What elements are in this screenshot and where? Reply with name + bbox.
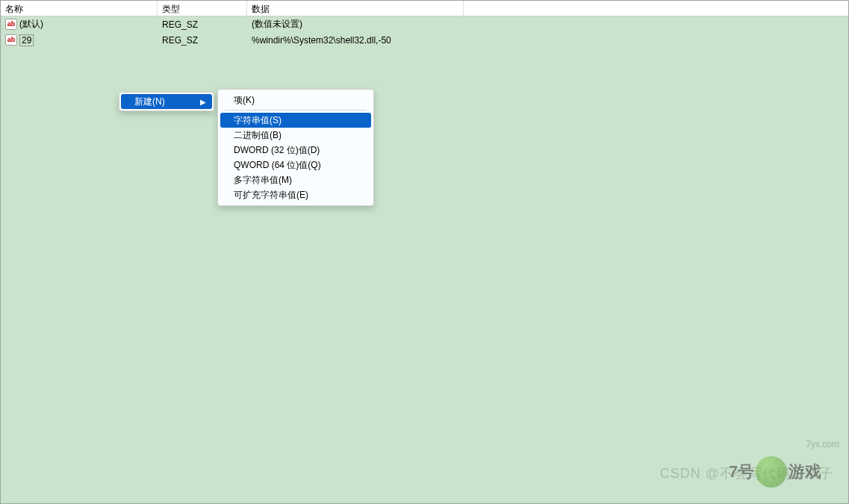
value-type: REG_SZ xyxy=(158,34,247,46)
column-header-data[interactable]: 数据 xyxy=(247,1,464,16)
menu-item[interactable]: 可扩充字符串值(E) xyxy=(220,187,371,202)
watermark-brand-right: 游戏 xyxy=(789,461,821,483)
table-row[interactable]: ab29REG_SZ%windir%\System32\shell32.dll,… xyxy=(1,32,848,48)
context-menu[interactable]: 新建(N)▶ xyxy=(119,92,214,111)
watermark-site: 7yx.com 7号 游戏 xyxy=(708,442,842,502)
menu-item[interactable]: QWORD (64 位)值(Q) xyxy=(220,158,371,172)
column-header-row: 名称 类型 数据 xyxy=(1,1,848,16)
context-submenu-new[interactable]: 项(K)字符串值(S)二进制值(B)DWORD (32 位)值(D)QWORD … xyxy=(217,89,374,206)
menu-item[interactable]: 字符串值(S) xyxy=(220,113,371,128)
menu-item[interactable]: 二进制值(B) xyxy=(220,128,371,143)
menu-item-new[interactable]: 新建(N)▶ xyxy=(121,94,212,109)
values-list[interactable]: ab(默认)REG_SZ(数值未设置)ab29REG_SZ%windir%\Sy… xyxy=(1,16,848,48)
chevron-right-icon: ▶ xyxy=(200,98,206,106)
value-data: (数值未设置) xyxy=(247,17,848,31)
menu-item[interactable]: DWORD (32 位)值(D) xyxy=(220,143,371,158)
value-name: 29 xyxy=(19,34,34,46)
string-value-icon: ab xyxy=(5,19,17,30)
string-value-icon: ab xyxy=(5,34,17,46)
globe-icon xyxy=(756,456,787,488)
watermark-url: 7yx.com xyxy=(806,439,839,449)
value-name: (默认) xyxy=(19,18,43,31)
column-header-name[interactable]: 名称 xyxy=(1,1,158,16)
column-header-type[interactable]: 类型 xyxy=(158,1,247,16)
value-type: REG_SZ xyxy=(158,19,247,31)
table-row[interactable]: ab(默认)REG_SZ(数值未设置) xyxy=(1,16,848,32)
menu-separator xyxy=(225,110,367,111)
watermark-brand-left: 7号 xyxy=(729,461,754,483)
value-data: %windir%\System32\shell32.dll,-50 xyxy=(247,34,848,46)
menu-item[interactable]: 多字符串值(M) xyxy=(220,172,371,187)
menu-item[interactable]: 项(K) xyxy=(220,93,371,108)
